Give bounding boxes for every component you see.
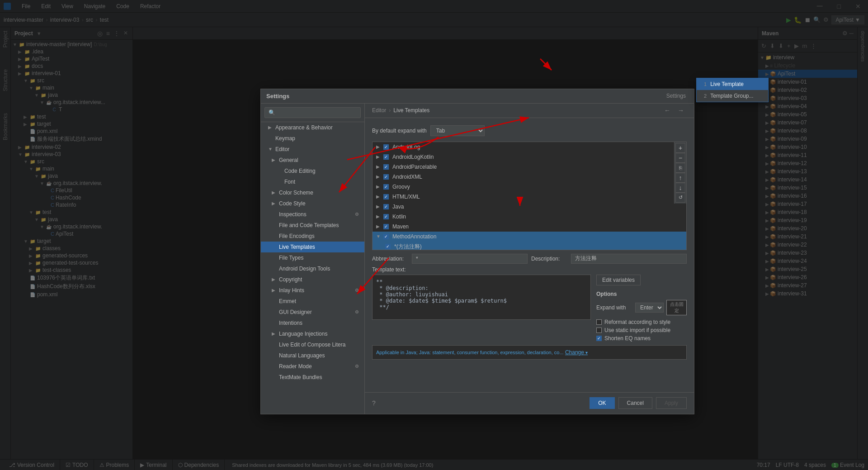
shorten-eq-checkbox[interactable]: ✓ <box>596 336 602 341</box>
dropdown-item-label-2: Template Group... <box>710 93 753 99</box>
dropdown-item-label-1: Live Template <box>710 81 744 87</box>
expand-icon: ▶ <box>272 288 277 293</box>
static-import-label: Use static import if possible <box>604 327 670 333</box>
settings-nav-font[interactable]: Font <box>261 176 364 187</box>
expand-icon: ▶ <box>272 277 277 282</box>
settings-nav-color-scheme[interactable]: ▶ Color Scheme <box>261 187 364 198</box>
applicable-section: Applicable in Java; Java: statement, con… <box>372 345 687 360</box>
group-checkbox[interactable]: ✓ <box>383 164 389 170</box>
template-group-java[interactable]: ▶ ✓ Java <box>373 202 686 212</box>
edit-variables-button[interactable]: Edit variables <box>596 275 641 285</box>
expand-with-label: Expand with <box>596 304 632 311</box>
settings-nav-textmate[interactable]: TextMate Bundles <box>261 372 364 383</box>
description-input[interactable] <box>571 254 687 264</box>
settings-nav-file-types[interactable]: File Types <box>261 252 364 263</box>
breadcrumb-current: Live Templates <box>393 107 429 114</box>
shorten-eq-label: Shorten EQ names <box>604 335 651 342</box>
settings-nav-back[interactable]: ← <box>661 106 673 115</box>
group-expand-icon: ▶ <box>376 194 382 199</box>
settings-nav-code-editing[interactable]: Code Editing <box>261 166 364 176</box>
reformat-checkbox[interactable] <box>596 319 602 325</box>
move-up-button[interactable]: ↑ <box>675 173 685 183</box>
settings-nav-file-code-templates[interactable]: File and Code Templates <box>261 220 364 231</box>
settings-nav-reader-mode[interactable]: Reader Mode ⚙ <box>261 361 364 372</box>
applicable-text: Applicable in Java; Java: statement, con… <box>376 350 564 355</box>
settings-nav-forward[interactable]: → <box>675 106 687 115</box>
settings-nav-language-injections[interactable]: ▶ Language Injections <box>261 328 364 339</box>
group-checkbox[interactable]: ✓ <box>383 174 389 180</box>
group-expand-icon: ▶ <box>376 144 382 149</box>
settings-nav-copyright[interactable]: ▶ Copyright <box>261 274 364 285</box>
template-group-method-annotation[interactable]: ▼ ✓ MethodAnnotation <box>373 232 686 242</box>
settings-nav-inlay-hints[interactable]: ▶ Inlay Hints ⚙ <box>261 285 364 296</box>
group-checkbox[interactable]: ✓ <box>383 184 389 190</box>
group-checkbox[interactable]: ✓ <box>383 144 389 150</box>
settings-titlebar: Settings Settings <box>261 89 694 104</box>
options-section: Options Expand with Enter 点击固定 <box>596 291 687 342</box>
template-editor-right: Edit variables Options Expand with Enter… <box>596 275 687 342</box>
group-checkbox[interactable]: ✓ <box>383 154 389 160</box>
group-label: HTML/XML <box>392 194 420 200</box>
settings-nav-code-style[interactable]: ▶ Code Style <box>261 198 364 209</box>
settings-nav-editor[interactable]: ▼ Editor <box>261 144 364 155</box>
settings-nav-file-encodings[interactable]: File Encodings <box>261 231 364 242</box>
template-group-android-xml[interactable]: ▶ ✓ AndroidXML <box>373 172 686 182</box>
template-group-html-xml[interactable]: ▶ ✓ HTML/XML <box>373 192 686 202</box>
group-label: Java <box>392 204 404 210</box>
restore-button[interactable]: ↺ <box>675 193 685 203</box>
reformat-label: Reformat according to style <box>604 319 670 325</box>
cancel-button[interactable]: Cancel <box>618 397 652 409</box>
template-list: ▶ ✓ AndroidLog ▶ ✓ AndroidLogKotlin ▶ <box>372 142 687 250</box>
ok-button[interactable]: OK <box>590 397 614 409</box>
group-expand-icon: ▶ <box>376 164 382 169</box>
settings-nav-android-design[interactable]: Android Design Tools <box>261 263 364 274</box>
remove-template-button[interactable]: − <box>675 153 685 163</box>
reformat-option-row: Reformat according to style <box>596 319 687 325</box>
template-group-android-log-kotlin[interactable]: ▶ ✓ AndroidLogKotlin <box>373 152 686 162</box>
template-item-method-comment[interactable]: ✓ *(方法注释) <box>373 242 686 250</box>
group-checkbox[interactable]: ✓ <box>383 234 389 239</box>
settings-nav-keymap[interactable]: Keymap <box>261 133 364 144</box>
settings-nav-emmet[interactable]: Emmet <box>261 296 364 307</box>
settings-nav-intentions[interactable]: Intentions <box>261 318 364 328</box>
move-down-button[interactable]: ↓ <box>675 183 685 193</box>
template-group-groovy[interactable]: ▶ ✓ Groovy <box>373 182 686 192</box>
help-icon[interactable]: ? <box>372 399 376 407</box>
item-checkbox[interactable]: ✓ <box>385 244 391 249</box>
settings-nav-live-edit[interactable]: Live Edit of Compose Litera <box>261 339 364 350</box>
change-applicable-link[interactable]: Change ▾ <box>565 350 588 355</box>
group-checkbox[interactable]: ✓ <box>383 204 389 209</box>
settings-main-content: By default expand with Tab ▶ ✓ <box>365 118 694 392</box>
expand-icon: ▶ <box>272 201 277 206</box>
abbreviation-input[interactable] <box>412 254 528 264</box>
settings-nav-inspections[interactable]: Inspections ⚙ <box>261 209 364 220</box>
static-import-checkbox[interactable] <box>596 328 602 333</box>
settings-nav-natural-languages[interactable]: Natural Languages <box>261 350 364 361</box>
apply-button[interactable]: Apply <box>656 397 687 409</box>
dropdown-item-live-template[interactable]: 1 Live Template <box>697 78 768 90</box>
template-text-input[interactable]: ** * @description: * @author: liuyishuai… <box>372 275 591 320</box>
group-expand-icon: ▶ <box>376 154 382 159</box>
settings-nav-appearance[interactable]: ▶ Appearance & Behavior <box>261 122 364 133</box>
dropdown-item-template-group[interactable]: 2 Template Group... <box>697 90 768 102</box>
settings-nav-gui-designer[interactable]: GUI Designer ⚙ <box>261 307 364 318</box>
template-group-android-parcelable[interactable]: ▶ ✓ AndroidParcelable <box>373 162 686 172</box>
template-group-kotlin[interactable]: ▶ ✓ Kotlin <box>373 212 686 222</box>
template-group-maven[interactable]: ▶ ✓ Maven <box>373 222 686 232</box>
settings-close-button[interactable]: Settings <box>664 92 689 100</box>
group-label: MethodAnnotation <box>392 233 436 240</box>
group-checkbox[interactable]: ✓ <box>383 224 389 229</box>
group-checkbox[interactable]: ✓ <box>383 214 389 219</box>
gui-badge: ⚙ <box>355 309 359 314</box>
settings-search-input[interactable] <box>264 107 361 118</box>
expand-with-select[interactable]: Tab <box>430 125 485 136</box>
template-group-android-log[interactable]: ▶ ✓ AndroidLog <box>373 142 686 152</box>
pin-button[interactable]: 点击固定 <box>666 300 687 315</box>
add-template-button[interactable]: + <box>675 143 685 153</box>
copy-template-button[interactable]: ⎘ <box>675 163 685 173</box>
expand-with-option-select[interactable]: Enter <box>635 303 664 313</box>
settings-nav-general[interactable]: ▶ General <box>261 155 364 166</box>
group-checkbox[interactable]: ✓ <box>383 194 389 199</box>
settings-nav-live-templates[interactable]: Live Templates <box>261 242 364 252</box>
static-import-option-row: Use static import if possible <box>596 327 687 333</box>
